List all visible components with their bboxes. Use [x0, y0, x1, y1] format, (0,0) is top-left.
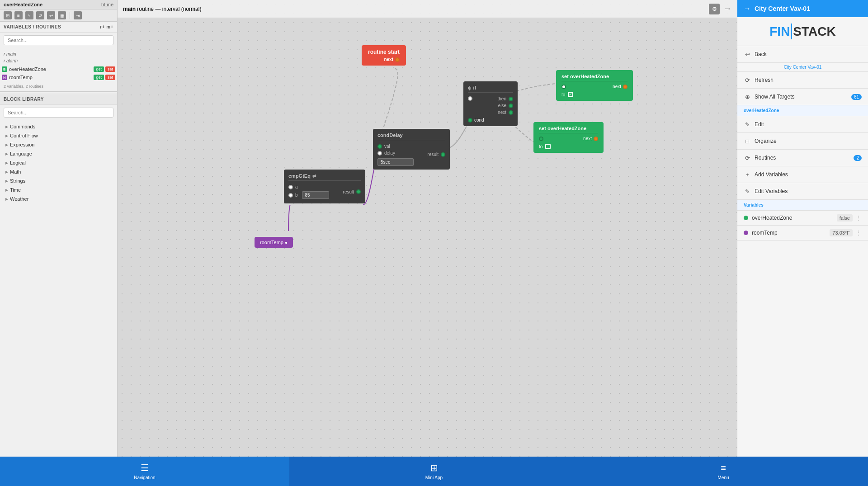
routines-menu-item[interactable]: ⟳ Routines 2: [737, 150, 868, 166]
port-dot: [288, 193, 293, 198]
node-set-overheatedzone-false[interactable]: set overHeatedZone next to: [533, 122, 604, 153]
block-item-commands[interactable]: Commands: [0, 122, 117, 131]
node-routine-start[interactable]: routine start next: [362, 45, 406, 66]
toolbar: ⊞ ≡ ⑂ ↺ ↩ ▦ ⇥: [0, 9, 117, 22]
block-item-language[interactable]: Language: [0, 149, 117, 158]
refresh-label: Refresh: [755, 77, 774, 83]
var-row-overheatedzone: overHeatedZone false ⋮: [737, 211, 868, 226]
port-dot: [288, 185, 293, 189]
node-cmp-gt-eq[interactable]: cmpGtEq ⇄ a b result: [284, 170, 365, 203]
left-header: overHeatedZone bLine: [0, 0, 117, 9]
checkbox-unchecked: [545, 144, 551, 149]
var-row-roomtemp: roomTemp 73.03°F ⋮: [737, 226, 868, 241]
port-dot: [377, 144, 382, 149]
port-dot: [623, 85, 627, 89]
back-label: Back: [755, 51, 767, 57]
port-dot: [441, 152, 445, 157]
edit-variables-icon: ✎: [744, 188, 751, 195]
var-dot-green: [744, 216, 748, 220]
refresh-menu-item[interactable]: ⟳ Refresh: [737, 72, 868, 89]
toolbar-separator: [70, 12, 70, 19]
organize-icon: □: [744, 137, 751, 145]
show-all-targets-label: Show All Targets: [755, 94, 795, 100]
organize-label: Organize: [755, 138, 777, 144]
node-cond-delay[interactable]: condDelay val delay result: [373, 129, 450, 170]
node-roomtemp[interactable]: roomTemp ●: [255, 237, 293, 248]
block-item-logical[interactable]: Logical: [0, 158, 117, 167]
organize-menu-item[interactable]: □ Organize: [737, 133, 868, 150]
variables-section-header: VARIABLES / ROUTINES r+ m+: [0, 22, 117, 33]
block-library-header: BLOCK LIBRARY: [0, 94, 117, 105]
edit-label: Edit: [755, 121, 764, 127]
list-item[interactable]: B overHeatedZone get set: [0, 65, 117, 73]
node-if[interactable]: ψ if then else next: [463, 81, 518, 126]
expand-icon[interactable]: →: [723, 4, 731, 14]
block-item-expression[interactable]: Expression: [0, 140, 117, 149]
var-name-roomtemp: roomTemp: [752, 230, 778, 236]
block-item-strings[interactable]: Strings: [0, 176, 117, 185]
add-variables-icon: +: [744, 171, 751, 178]
table-icon[interactable]: ▦: [58, 11, 66, 19]
canvas-connections: [118, 0, 737, 486]
left-panel: overHeatedZone bLine ⊞ ≡ ⑂ ↺ ↩ ▦ ⇥ VARIA…: [0, 0, 118, 486]
more-icon: ⋮: [855, 214, 862, 222]
navigation-icon: ☰: [141, 462, 149, 473]
set-overheatedzone-btn[interactable]: set: [105, 66, 115, 72]
edit-variables-label: Edit Variables: [755, 188, 788, 194]
edit-variables-menu-item[interactable]: ✎ Edit Variables: [737, 183, 868, 200]
right-header-title: City Center Vav-01: [755, 5, 810, 12]
list-item[interactable]: N roomTemp get set: [0, 73, 117, 81]
var-count: 2 variables, 2 routines: [0, 83, 117, 90]
get-overheatedzone-btn[interactable]: get: [94, 66, 104, 72]
var-name-overheatedzone: overHeatedZone: [752, 215, 792, 221]
right-header-arrow-icon: →: [744, 5, 751, 13]
port-dot: [509, 97, 513, 101]
var-value-overheatedzone: false: [837, 214, 853, 222]
variables-search-input[interactable]: [4, 35, 113, 45]
right-panel: → City Center Vav-01 FIN STACK ↩ Back Ci…: [737, 0, 868, 486]
nav-item-navigation[interactable]: ☰ Navigation: [0, 457, 289, 486]
block-search-input[interactable]: [4, 108, 113, 118]
get-roomtemp-btn[interactable]: get: [94, 75, 104, 80]
b-input[interactable]: [302, 191, 329, 199]
nav-item-menu[interactable]: ≡ Menu: [579, 457, 868, 486]
right-header: → City Center Vav-01: [737, 0, 868, 17]
edit-menu-item[interactable]: ✎ Edit: [737, 116, 868, 133]
add-variables-menu-item[interactable]: + Add Variables: [737, 166, 868, 183]
routines-label: Routines: [755, 155, 776, 161]
list-icon[interactable]: ≡: [14, 11, 23, 19]
menu-label: Menu: [717, 475, 729, 480]
branch-icon[interactable]: ⑂: [25, 11, 33, 19]
back-menu-item[interactable]: ↩ Back: [737, 46, 868, 63]
logo-fin: FIN: [769, 24, 790, 39]
targets-badge: 61: [851, 94, 862, 100]
port-dot: [468, 118, 472, 123]
nav-item-mini-app[interactable]: ⊞ Mini App: [289, 457, 579, 486]
add-variables-label: Add Variables: [755, 171, 788, 178]
main-canvas[interactable]: main routine — interval (normal) ⚙ → rou…: [118, 0, 737, 486]
block-item-math[interactable]: Math: [0, 167, 117, 176]
bottom-nav: ☰ Navigation ⊞ Mini App ≡ Menu: [0, 457, 868, 486]
delay-input[interactable]: [377, 158, 414, 166]
collapse-icon[interactable]: ⇥: [74, 11, 82, 19]
refresh-icon[interactable]: ↺: [36, 11, 44, 19]
right-panel-content: FIN STACK ↩ Back City Center Vav-01 ⟳ Re…: [737, 17, 868, 486]
set-roomtemp-btn[interactable]: set: [105, 75, 115, 80]
left-title: overHeatedZone: [4, 2, 42, 7]
mini-app-label: Mini App: [425, 475, 443, 480]
block-item-control-flow[interactable]: Control Flow: [0, 131, 117, 140]
block-library: BLOCK LIBRARY Commands Control Flow Expr…: [0, 94, 117, 486]
undo-icon[interactable]: ↩: [47, 11, 55, 19]
block-item-weather[interactable]: Weather: [0, 194, 117, 203]
show-all-targets-item[interactable]: ⊕ Show All Targets 61: [737, 89, 868, 105]
block-item-time[interactable]: Time: [0, 185, 117, 194]
port-dot: [468, 96, 472, 101]
edit-icon: ✎: [744, 121, 751, 128]
variables-list: r main r alarm B overHeatedZone get set …: [0, 48, 117, 83]
port-dot: [561, 85, 566, 89]
node-set-overheatedzone-true[interactable]: set overHeatedZone next to ✓: [556, 70, 633, 101]
grid-icon[interactable]: ⊞: [4, 11, 12, 19]
logo-divider: [791, 24, 792, 39]
settings-button[interactable]: ⚙: [709, 4, 720, 14]
port-dot: [356, 189, 361, 194]
